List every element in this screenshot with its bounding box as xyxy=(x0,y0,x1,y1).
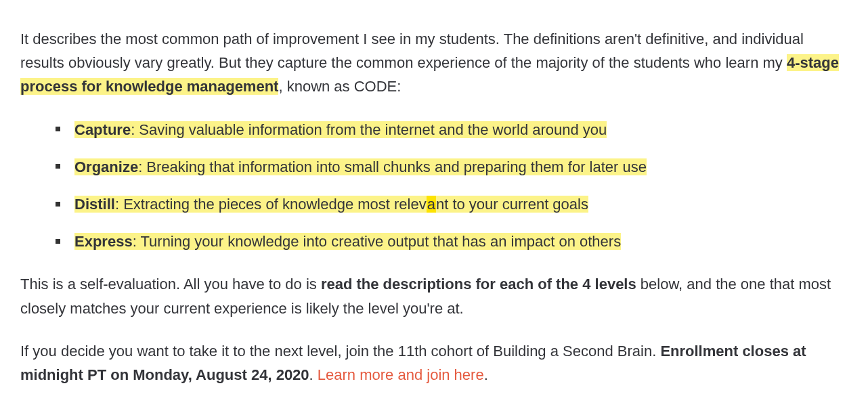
text: . xyxy=(484,366,488,383)
text: It describes the most common path of imp… xyxy=(20,30,804,71)
text: This is a self-evaluation. All you have … xyxy=(20,276,321,293)
bullet-term: Distill xyxy=(74,196,115,213)
text: , known as CODE: xyxy=(278,78,401,95)
bullet-desc-b: nt to your current goals xyxy=(436,196,588,213)
paragraph-intro: It describes the most common path of imp… xyxy=(20,27,848,99)
paragraph-self-eval: This is a self-evaluation. All you have … xyxy=(20,272,848,320)
paragraph-cta: If you decide you want to take it to the… xyxy=(20,339,848,387)
highlight: Express: Turning your knowledge into cre… xyxy=(74,233,621,250)
highlight: Distill: Extracting the pieces of knowle… xyxy=(74,196,588,213)
list-item: Capture: Saving valuable information fro… xyxy=(56,118,848,142)
bullet-term: Organize xyxy=(74,158,138,175)
highlight: Capture: Saving valuable information fro… xyxy=(74,121,607,138)
code-list: Capture: Saving valuable information fro… xyxy=(56,118,848,254)
text: If you decide you want to take it to the… xyxy=(20,343,660,360)
list-item: Express: Turning your knowledge into cre… xyxy=(56,230,848,253)
list-item: Distill: Extracting the pieces of knowle… xyxy=(56,192,848,216)
bullet-desc: : Turning your knowledge into creative o… xyxy=(133,233,622,250)
text-bold: read the descriptions for each of the 4 … xyxy=(321,276,636,293)
text-cursor: a xyxy=(427,196,436,213)
bullet-term: Capture xyxy=(74,121,131,138)
list-item: Organize: Breaking that information into… xyxy=(56,155,848,179)
highlight: Organize: Breaking that information into… xyxy=(74,158,647,175)
bullet-term: Express xyxy=(74,233,133,250)
bullet-desc: : Breaking that information into small c… xyxy=(138,158,647,175)
bullet-desc-a: : Extracting the pieces of knowledge mos… xyxy=(115,196,427,213)
learn-more-link[interactable]: Learn more and join here xyxy=(318,366,484,383)
bullet-desc: : Saving valuable information from the i… xyxy=(131,121,607,138)
text: . xyxy=(309,366,318,383)
